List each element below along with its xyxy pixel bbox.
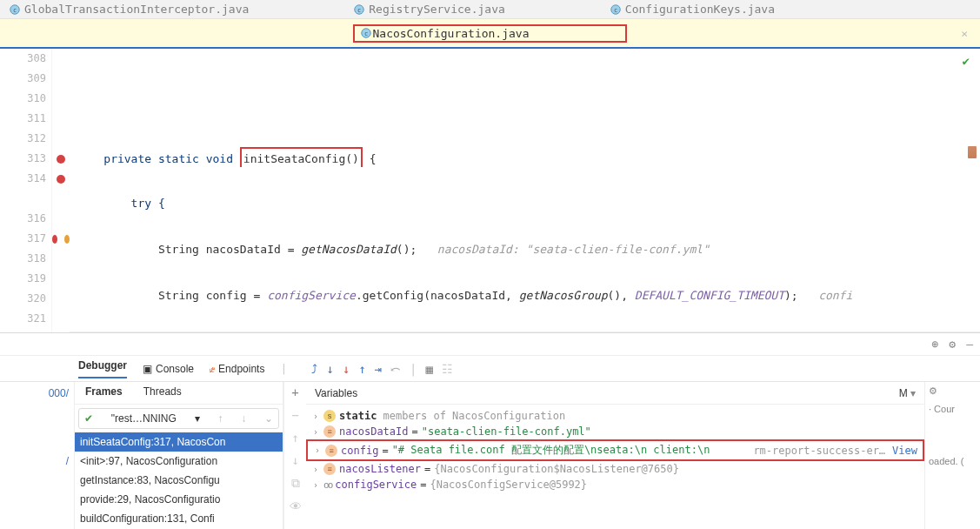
field-icon: ≡ <box>323 463 336 475</box>
variables-label: Variables <box>315 387 357 399</box>
tab-file-2[interactable]: c RegistryService.java <box>353 3 505 16</box>
frame-item[interactable]: initSeataConfig:317, NacosCon <box>75 432 283 452</box>
code-editor[interactable]: ✔ private static void initSeataConfig() … <box>70 49 980 332</box>
breakpoint-marker[interactable] <box>52 235 57 244</box>
tool-icon-bar: ⊕ ⚙ — <box>0 333 980 356</box>
right-rail: ⚙ · Cour oaded. ( <box>924 382 980 529</box>
object-icon: oo <box>323 479 331 491</box>
close-tab-icon[interactable]: × <box>961 27 968 40</box>
threads-tab[interactable]: Threads <box>133 382 192 404</box>
active-tab-row: c NacosConfiguration.java × <box>0 19 980 49</box>
debug-tool-window: ⊕ ⚙ — Debugger ▣Console ⸙Endpoints | ⤴ ↓… <box>0 332 980 529</box>
arrow-up-icon[interactable]: ↑ <box>217 412 223 425</box>
add-watch-icon[interactable]: + <box>291 385 298 399</box>
copy-icon[interactable]: ⧉ <box>291 476 300 491</box>
remove-watch-icon[interactable]: − <box>291 408 298 422</box>
editor-area: 308 309 310 311 312 313 314 316 317 318 … <box>0 49 980 332</box>
frames-tab[interactable]: Frames <box>75 382 133 404</box>
frame-item[interactable]: <init>:97, NacosConfiguration <box>75 452 283 471</box>
java-file-icon: c <box>360 27 372 39</box>
arrow-down-icon[interactable]: ↓ <box>241 412 246 425</box>
debug-toolbar: Debugger ▣Console ⸙Endpoints | ⤴ ↓ ↓ ↑ ⇥… <box>0 356 980 382</box>
line-number-gutter: 308 309 310 311 312 313 314 316 317 318 … <box>0 49 52 332</box>
tab-file-1[interactable]: c GlobalTransactionInterceptor.java <box>9 3 249 16</box>
variable-row[interactable]: › ≡ nacosDataId = "seata-clien-file-conf… <box>306 424 924 439</box>
frame-list[interactable]: initSeataConfig:317, NacosCon <init>:97,… <box>75 432 283 528</box>
java-file-icon: c <box>610 3 622 16</box>
eye-icon[interactable]: 👁 <box>290 499 302 513</box>
up-icon[interactable]: ↑ <box>291 431 298 445</box>
step-over-icon[interactable]: ⤴ <box>311 362 317 376</box>
funnel-icon[interactable]: ⌄ <box>264 412 273 425</box>
chevron-down-icon[interactable]: ▾ <box>910 387 916 399</box>
java-file-icon: c <box>353 3 365 16</box>
run-to-cursor-icon[interactable]: ⇥ <box>375 362 382 376</box>
target-icon[interactable]: ⊕ <box>932 338 939 351</box>
evaluate-icon[interactable]: ▦ <box>425 362 432 376</box>
step-out-icon[interactable]: ↑ <box>358 362 365 376</box>
inspection-ok-icon: ✔ <box>963 54 970 68</box>
variable-row[interactable]: › ≡ nacosListener = {NacosConfiguration$… <box>306 461 924 477</box>
minimize-icon[interactable]: — <box>966 338 973 351</box>
frame-item[interactable]: getInstance:83, NacosConfigu <box>75 471 283 490</box>
endpoints-icon: ⸙ <box>210 363 215 375</box>
console-icon: ▣ <box>143 363 152 375</box>
frame-item[interactable]: provide:29, NacosConfiguratio <box>75 490 283 509</box>
breakpoint-marker[interactable] <box>57 155 65 164</box>
m-label: M <box>899 387 908 399</box>
tab-file-3[interactable]: c ConfigurationKeys.java <box>610 3 775 16</box>
svg-text:c: c <box>357 6 361 13</box>
frame-item[interactable]: buildConfiguration:131, Confi <box>75 509 283 528</box>
variable-row-highlighted[interactable]: › ≡ config = "# Seata file.conf 配置文件的配置\… <box>306 439 924 461</box>
svg-text:c: c <box>13 6 17 13</box>
breakpoint-marker[interactable] <box>57 175 65 184</box>
field-icon: ≡ <box>325 445 337 457</box>
tab-active-file[interactable]: c NacosConfiguration.java <box>353 24 626 43</box>
gear-icon[interactable]: ⚙ <box>929 385 977 397</box>
variable-row[interactable]: › s static members of NacosConfiguration <box>306 408 924 424</box>
drop-frame-icon[interactable]: ⤺ <box>390 362 401 376</box>
view-link[interactable]: View <box>892 445 917 457</box>
tab-console[interactable]: ▣Console <box>143 363 194 375</box>
link-slash[interactable]: / <box>66 455 69 467</box>
link-000[interactable]: 000/ <box>49 387 69 399</box>
svg-text:c: c <box>614 6 617 13</box>
frame-tool-column: + − ↑ ↓ ⧉ 👁 <box>283 382 306 529</box>
left-rail: 000/ / <box>0 382 75 529</box>
tab-endpoints[interactable]: ⸙Endpoints <box>210 363 264 375</box>
trace-icon[interactable]: ☷ <box>442 362 453 376</box>
field-icon: ≡ <box>323 425 336 438</box>
breakpoint-column[interactable] <box>52 49 70 332</box>
check-icon: ✔ <box>84 412 93 425</box>
minimap-marker <box>968 146 977 158</box>
static-icon: s <box>323 410 336 422</box>
variables-column: Variables M ▾ › s static members of Naco… <box>306 382 924 529</box>
down-icon[interactable]: ↓ <box>291 453 298 467</box>
thread-selector[interactable]: ✔ "rest…NNING ▾ ↑ ↓ ⌄ <box>78 408 279 429</box>
variables-tree[interactable]: › s static members of NacosConfiguration… <box>306 405 924 496</box>
chevron-down-icon: ▾ <box>195 412 200 425</box>
active-tab-label: NacosConfiguration.java <box>372 27 529 40</box>
java-file-icon: c <box>9 3 21 16</box>
inactive-tab-row: c GlobalTransactionInterceptor.java c Re… <box>0 0 980 19</box>
frames-column: Frames Threads ✔ "rest…NNING ▾ ↑ ↓ ⌄ ini… <box>75 382 283 529</box>
svg-text:c: c <box>364 30 368 37</box>
gear-icon[interactable]: ⚙ <box>949 338 956 351</box>
force-step-into-icon[interactable]: ↓ <box>343 362 350 376</box>
variable-row[interactable]: › oo configService = {NacosConfigService… <box>306 477 924 492</box>
step-into-icon[interactable]: ↓ <box>326 362 333 376</box>
tab-debugger[interactable]: Debugger <box>78 359 127 378</box>
